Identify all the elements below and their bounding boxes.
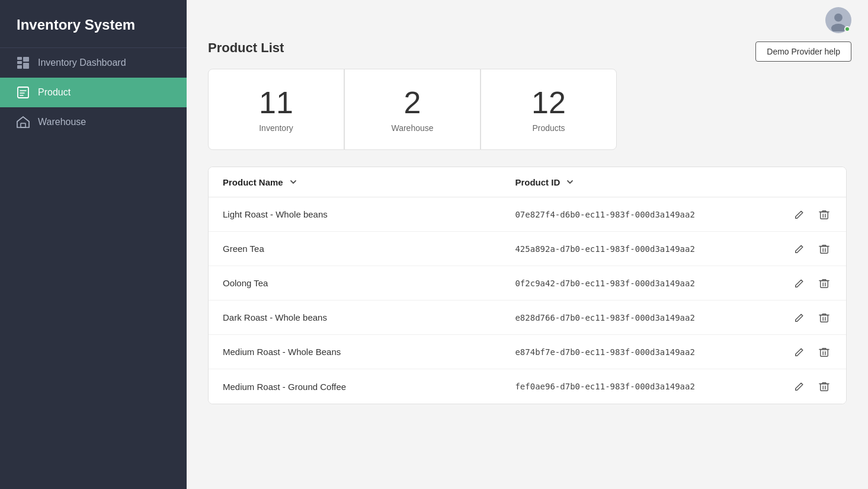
svg-rect-3 bbox=[23, 57, 29, 62]
topbar bbox=[187, 0, 868, 40]
row-product-id: 07e827f4-d6b0-ec11-983f-000d3a149aa2 bbox=[515, 210, 784, 219]
delete-button[interactable] bbox=[816, 380, 832, 393]
svg-point-8 bbox=[834, 14, 843, 22]
main-content: Product List Demo Provider help 11 Inven… bbox=[187, 0, 868, 489]
product-name-header-label: Product Name bbox=[223, 177, 283, 187]
product-name-col-header[interactable]: Product Name bbox=[223, 177, 515, 187]
table-body: Light Roast - Whole beans 07e827f4-d6b0-… bbox=[209, 197, 846, 404]
delete-button[interactable] bbox=[816, 208, 832, 221]
table-row: Oolong Tea 0f2c9a42-d7b0-ec11-983f-000d3… bbox=[209, 266, 846, 301]
warehouse-label: Warehouse bbox=[391, 123, 433, 133]
table-row: Green Tea 425a892a-d7b0-ec11-983f-000d3a… bbox=[209, 232, 846, 266]
edit-button[interactable] bbox=[792, 311, 807, 324]
sidebar-item-inventory-dashboard[interactable]: Inventory Dashboard bbox=[0, 48, 187, 78]
row-product-name: Dark Roast - Whole beans bbox=[223, 312, 515, 322]
svg-rect-0 bbox=[17, 57, 22, 60]
sidebar-item-product[interactable]: Product bbox=[0, 78, 187, 107]
edit-button[interactable] bbox=[792, 242, 807, 255]
row-actions bbox=[784, 277, 832, 290]
stats-row: 11 Inventory 2 Warehouse 12 Products bbox=[208, 69, 847, 150]
sidebar-item-label-warehouse: Warehouse bbox=[38, 117, 86, 127]
edit-button[interactable] bbox=[792, 346, 807, 359]
delete-button[interactable] bbox=[816, 277, 832, 290]
inventory-stat-card: 11 Inventory bbox=[208, 69, 344, 150]
row-actions bbox=[784, 208, 832, 221]
sidebar: Inventory System Inventory Dashboard Pro… bbox=[0, 0, 187, 489]
dashboard-icon bbox=[17, 56, 30, 69]
delete-button[interactable] bbox=[816, 346, 832, 359]
sidebar-item-label-product: Product bbox=[38, 87, 71, 98]
delete-button[interactable] bbox=[816, 242, 832, 255]
warehouse-icon bbox=[17, 116, 30, 129]
products-label: Products bbox=[532, 123, 565, 133]
product-table: Product Name Product ID bbox=[208, 167, 847, 404]
sidebar-item-warehouse[interactable]: Warehouse bbox=[0, 107, 187, 137]
warehouse-stat-card: 2 Warehouse bbox=[344, 69, 481, 150]
user-avatar[interactable] bbox=[825, 7, 851, 33]
app-title: Inventory System bbox=[0, 0, 187, 48]
row-product-name: Medium Roast - Ground Coffee bbox=[223, 382, 515, 392]
product-id-sort-icon[interactable] bbox=[565, 177, 575, 187]
help-button[interactable]: Demo Provider help bbox=[755, 41, 851, 62]
content-area: Product List Demo Provider help 11 Inven… bbox=[187, 40, 868, 489]
svg-rect-5 bbox=[18, 87, 28, 98]
row-product-id: 425a892a-d7b0-ec11-983f-000d3a149aa2 bbox=[515, 244, 784, 254]
online-status-dot bbox=[844, 26, 850, 32]
row-product-id: 0f2c9a42-d7b0-ec11-983f-000d3a149aa2 bbox=[515, 279, 784, 288]
svg-rect-6 bbox=[21, 123, 25, 127]
edit-button[interactable] bbox=[792, 208, 807, 221]
product-icon bbox=[17, 86, 30, 99]
row-product-id: fef0ae96-d7b0-ec11-983f-000d3a149aa2 bbox=[515, 382, 784, 391]
row-product-name: Medium Roast - Whole Beans bbox=[223, 347, 515, 357]
warehouse-count: 2 bbox=[404, 86, 421, 120]
row-product-name: Light Roast - Whole beans bbox=[223, 209, 515, 219]
product-name-sort-icon[interactable] bbox=[288, 177, 299, 187]
row-actions bbox=[784, 346, 832, 359]
inventory-count: 11 bbox=[259, 86, 293, 120]
edit-button[interactable] bbox=[792, 277, 807, 290]
svg-rect-12 bbox=[821, 280, 828, 287]
svg-rect-15 bbox=[821, 384, 828, 391]
table-row: Medium Roast - Ground Coffee fef0ae96-d7… bbox=[209, 369, 846, 404]
svg-rect-1 bbox=[17, 61, 22, 64]
svg-rect-11 bbox=[821, 246, 828, 253]
row-product-id: e828d766-d7b0-ec11-983f-000d3a149aa2 bbox=[515, 313, 784, 322]
row-product-name: Green Tea bbox=[223, 244, 515, 254]
row-actions bbox=[784, 311, 832, 324]
product-id-col-header[interactable]: Product ID bbox=[515, 177, 784, 187]
table-row: Dark Roast - Whole beans e828d766-d7b0-e… bbox=[209, 301, 846, 335]
table-row: Light Roast - Whole beans 07e827f4-d6b0-… bbox=[209, 197, 846, 232]
svg-rect-4 bbox=[23, 63, 29, 69]
row-product-id: e874bf7e-d7b0-ec11-983f-000d3a149aa2 bbox=[515, 347, 784, 357]
inventory-label: Inventory bbox=[259, 123, 293, 133]
edit-button[interactable] bbox=[792, 380, 807, 393]
table-header: Product Name Product ID bbox=[209, 167, 846, 197]
svg-rect-14 bbox=[821, 349, 828, 356]
sidebar-item-label-dashboard: Inventory Dashboard bbox=[38, 57, 126, 68]
svg-rect-13 bbox=[821, 315, 828, 322]
row-actions bbox=[784, 242, 832, 255]
row-actions bbox=[784, 380, 832, 393]
row-product-name: Oolong Tea bbox=[223, 278, 515, 288]
products-count: 12 bbox=[531, 86, 566, 120]
page-title: Product List bbox=[208, 40, 847, 56]
svg-rect-10 bbox=[821, 212, 828, 219]
product-id-header-label: Product ID bbox=[515, 177, 560, 187]
table-row: Medium Roast - Whole Beans e874bf7e-d7b0… bbox=[209, 335, 846, 369]
products-stat-card: 12 Products bbox=[481, 69, 617, 150]
svg-rect-2 bbox=[17, 65, 22, 69]
delete-button[interactable] bbox=[816, 311, 832, 324]
